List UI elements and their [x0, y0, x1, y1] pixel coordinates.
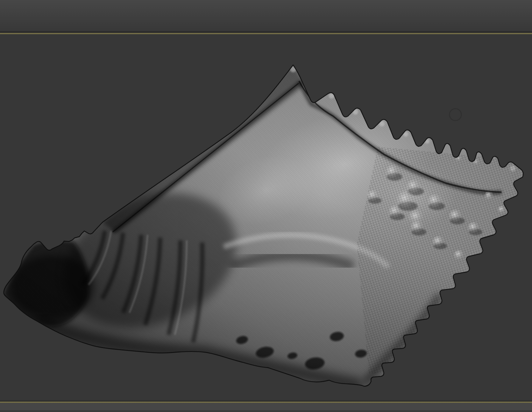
shell-mesh-canvas[interactable]	[0, 34, 532, 402]
brush-cursor-icon	[449, 109, 461, 121]
status-bar	[0, 403, 532, 410]
application-window	[0, 0, 532, 412]
toolbar-area	[0, 0, 532, 31]
viewport-3d[interactable]	[0, 34, 532, 402]
conch-shell-model[interactable]	[0, 34, 532, 402]
window-bottom-edge	[0, 410, 532, 412]
